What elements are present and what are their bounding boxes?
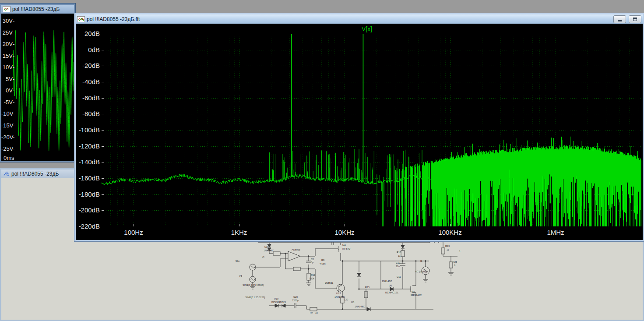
schematic-label: AD8055 <box>292 248 300 251</box>
fft-y-tick-label: -100dB <box>76 126 100 134</box>
scope-plot-area: 30V25V20V15V10V5V0V-5V-10V-15V-20V-25V 0… <box>1 14 74 161</box>
minimize-icon <box>618 20 622 21</box>
fft-y-tick-label: -120dB <box>76 142 100 150</box>
fft-x-tick-label: 10KHz <box>334 229 354 236</box>
fft-x-tick-label: 100Hz <box>124 229 143 236</box>
schematic-label: C12 <box>396 261 400 264</box>
schematic-label: R25 <box>453 261 457 263</box>
fft-window: pol !!!AD8055 -23дБ.fft V[x] 20dB0dB-20d… <box>74 13 644 241</box>
schematic-label: R16 <box>397 251 401 254</box>
schematic-label: SINE(0 1.25 15000) <box>243 284 264 286</box>
scope-plot-canvas[interactable] <box>13 19 74 154</box>
desktop: { "colors": { "desktop_bg": "#9a9a9a", "… <box>0 0 644 321</box>
schematic-label: 120 <box>344 298 348 301</box>
scope-window-titlebar[interactable]: pol !!!AD8055 -23дБ <box>1 5 74 14</box>
scope-y-tick-label: -25V <box>1 146 13 152</box>
fft-x-tick-label: 1MHz <box>547 229 564 236</box>
schematic-label: IRF540 <box>342 247 350 250</box>
maximize-button[interactable] <box>629 15 641 23</box>
schematic-label: 1N4148C <box>382 280 392 282</box>
schematic-label: U10 <box>274 297 278 300</box>
schematic-label: BZX84C12L <box>385 291 398 294</box>
fft-y-tick-label: -60dB <box>76 94 100 102</box>
scope-window: pol !!!AD8055 -23дБ 30V25V20V15V10V5V0V-… <box>0 4 75 162</box>
schematic-label: V3 <box>239 275 242 277</box>
schematic-label: 8 <box>454 264 455 267</box>
schematic-label: R15 <box>365 286 370 289</box>
schematic-label: 150k <box>309 277 314 280</box>
scope-y-tick-label: -15V <box>1 123 13 129</box>
fft-y-tick-label: -180dB <box>76 190 100 198</box>
schematic-wires <box>250 240 457 311</box>
schematic-label: IRF9240C <box>411 294 422 296</box>
fft-y-tick-label: -140dB <box>76 158 100 166</box>
schematic-label: 1N4148C <box>264 249 274 252</box>
schematic-label: C20 <box>293 296 298 298</box>
schematic-label: U3 <box>351 301 354 303</box>
scope-y-tick-label: 0V <box>1 88 13 94</box>
schematic-icon <box>3 171 10 177</box>
fft-y-tick-label: -160dB <box>76 174 100 182</box>
schematic-label: I1 <box>420 260 422 262</box>
schematic-window-title: pol !!!AD8055 -23дБ <box>11 171 59 177</box>
fft-y-tick-label: -20dB <box>76 62 100 70</box>
fft-plot-area: V[x] 20dB0dB-20dB-40dB-60dB-80dB-100dB-1… <box>76 24 643 240</box>
fft-y-tick-label: -80dB <box>76 110 100 118</box>
scope-y-tick-label: 15V <box>1 53 13 59</box>
fft-x-tick-label: 1KHz <box>231 229 247 236</box>
scope-y-tick-label: -20V <box>1 134 13 141</box>
schematic-label: 11 <box>447 248 449 251</box>
fft-y-tick-label: -40dB <box>76 78 100 86</box>
schematic-label: U11 <box>397 275 401 278</box>
scope-y-tick-label: 20V <box>1 41 13 47</box>
scope-window-title: pol !!!AD8055 -23дБ <box>12 6 60 12</box>
fft-window-title: pol !!!AD8055 -23дБ.fft <box>87 16 140 22</box>
schematic-label: U6 <box>389 284 392 287</box>
schematic-drawing: U21N4148CAD80550.1µM4IRF5401N4148CC2R231… <box>228 236 475 320</box>
scope-y-tick-label: -5V <box>1 99 13 106</box>
schematic-label: U2 <box>264 246 267 248</box>
scope-y-tick-label: 30V <box>1 18 13 24</box>
scope-y-tick-label: 25V <box>1 30 13 36</box>
scope-y-tick-label: -10V <box>1 111 13 117</box>
schematic-label: 1N4148C <box>355 305 365 308</box>
schematic-label: 2200p <box>292 299 299 302</box>
schematic-label: 3p <box>311 261 313 264</box>
schematic-label: M4 <box>342 244 346 247</box>
schematic-label: 50u <box>236 260 239 262</box>
schematic-label: R19 <box>311 274 315 276</box>
schematic-label: C6 <box>311 258 314 261</box>
fft-trace-label: V[x] <box>362 25 372 32</box>
schematic-label: 22n <box>396 265 400 268</box>
schematic-label: 1k <box>315 311 318 314</box>
schematic-diodes <box>267 244 426 311</box>
fft-y-tick-label: -200dB <box>76 206 100 214</box>
schematic-label: R8 <box>321 259 324 261</box>
schematic-label: 11 <box>398 254 401 257</box>
fft-y-axis-labels: 20dB0dB-20dB-40dB-60dB-80dB-100dB-120dB-… <box>76 24 100 240</box>
schematic-label: 3 <box>459 250 460 253</box>
schematic-label: 2k <box>262 255 264 258</box>
schematic-label: BZX384B5V1 <box>271 301 286 303</box>
waveform-icon <box>77 16 85 22</box>
schematic-label: 1N4148C <box>334 296 345 298</box>
fft-y-tick-label: 0dB <box>76 46 100 54</box>
fft-window-titlebar[interactable]: pol !!!AD8055 -23дБ.fft <box>76 14 643 24</box>
schematic-label: U13 <box>336 292 341 295</box>
schematic-label: 4.05k <box>320 262 326 265</box>
scope-y-axis-labels: 30V25V20V15V10V5V0V-5V-10V-15V-20V-25V <box>1 14 13 161</box>
minimize-button[interactable] <box>613 15 626 23</box>
schematic-label: R4 <box>310 311 313 314</box>
fft-plot-canvas[interactable] <box>102 34 641 226</box>
scope-y-tick-label: 5V <box>1 76 13 82</box>
fft-x-axis-labels: 100Hz1KHz10KHz100KHz1MHz <box>76 229 643 238</box>
fft-x-tick-label: 100KHz <box>438 229 461 236</box>
maximize-icon <box>633 18 637 21</box>
schematic-label: SINE(0 1.25 3150) <box>245 296 265 299</box>
schematic-label: 2N5551 <box>325 282 333 284</box>
fft-y-tick-label: 20dB <box>76 30 100 38</box>
waveform-icon <box>3 6 11 12</box>
schematic-label: R23 <box>445 245 450 247</box>
scope-x-origin-label: 0ms <box>4 155 14 161</box>
schematic-label: M2 <box>412 290 415 293</box>
